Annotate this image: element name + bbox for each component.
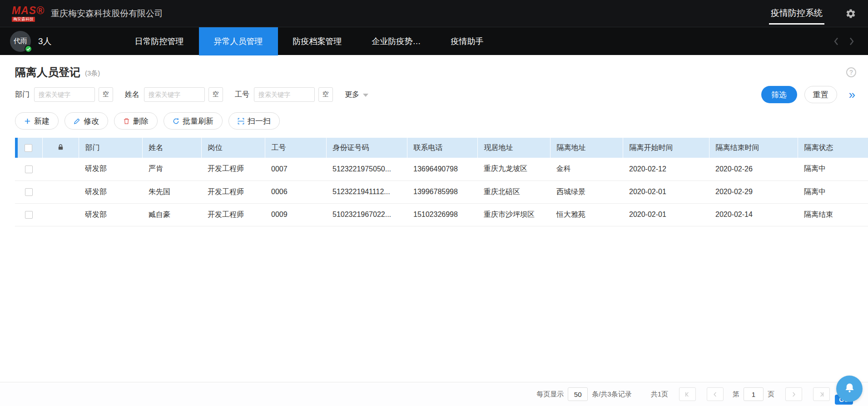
reset-button[interactable]: 重置 (804, 86, 837, 103)
batch-refresh-button[interactable]: 批量刷新 (164, 112, 223, 130)
table-cell: 研发部 (79, 180, 142, 203)
top-right-area: 疫情防控系统 (769, 3, 856, 25)
tab-epidemic-assistant[interactable]: 疫情助手 (436, 27, 499, 55)
table-cell: 金科 (550, 158, 623, 180)
employee-id-empty-button[interactable]: 空 (318, 87, 333, 102)
table-cell: 开发工程师 (201, 158, 265, 180)
employee-id-search-input[interactable] (254, 87, 315, 102)
row-checkbox-cell (15, 180, 42, 203)
per-page-input[interactable] (568, 387, 588, 401)
table-cell: 研发部 (79, 158, 142, 180)
table-cell: 臧自豪 (142, 203, 201, 226)
tab-abnormal-personnel[interactable]: 异常人员管理 (199, 27, 278, 55)
first-page-button[interactable] (679, 387, 696, 401)
table-row[interactable]: 研发部 严肯 开发工程师 0007 5123221975050... 13696… (15, 158, 868, 180)
delete-button[interactable]: 删除 (114, 112, 158, 130)
row-checkbox-cell (15, 158, 42, 180)
record-count: (3条) (85, 69, 100, 78)
prev-page-button[interactable] (707, 387, 724, 401)
page-number-input[interactable] (744, 387, 764, 401)
column-header-department[interactable]: 部门 (79, 138, 142, 158)
table-cell: 13696490798 (407, 158, 477, 180)
column-header-current-address[interactable]: 现居地址 (477, 138, 550, 158)
table-cell: 恒大雅苑 (550, 203, 623, 226)
filter-field-name: 姓名 空 (125, 87, 223, 102)
select-all-checkbox[interactable] (25, 144, 32, 152)
more-filters-toggle[interactable]: 更多 (345, 90, 368, 100)
lock-cell (42, 180, 79, 203)
name-search-input[interactable] (144, 87, 205, 102)
lock-column-header (42, 138, 79, 158)
next-page-button[interactable] (785, 387, 802, 401)
column-header-start-time[interactable]: 隔离开始时间 (623, 138, 709, 158)
scan-icon (238, 118, 244, 125)
department-empty-button[interactable]: 空 (99, 87, 113, 102)
row-checkbox[interactable] (25, 211, 33, 219)
name-empty-button[interactable]: 空 (208, 87, 223, 102)
department-search-input[interactable] (34, 87, 95, 102)
column-header-name[interactable]: 姓名 (142, 138, 201, 158)
table-cell: 2020-02-01 (623, 203, 709, 226)
plus-icon (24, 118, 31, 125)
chevron-left-icon[interactable] (833, 37, 839, 45)
filter-field-department: 部门 空 (15, 87, 113, 102)
column-header-end-time[interactable]: 隔离结束时间 (709, 138, 798, 158)
tab-enterprise-situation[interactable]: 企业防疫势… (357, 27, 436, 55)
more-label: 更多 (345, 90, 359, 100)
table-cell: 2020-02-29 (709, 180, 798, 203)
column-header-status[interactable]: 隔离状态 (798, 138, 868, 158)
column-header-position[interactable]: 岗位 (201, 138, 265, 158)
table-cell: 重庆九龙坡区 (477, 158, 550, 180)
table-cell: 5123221975050... (326, 158, 407, 180)
edit-button-label: 修改 (84, 116, 99, 126)
scan-button[interactable]: 扫一扫 (228, 112, 280, 130)
top-header: MAS® 梅安森科技 重庆梅安森科技股份有限公司 疫情防控系统 (0, 0, 868, 27)
avatar[interactable]: 代雨 (10, 31, 31, 52)
gear-icon[interactable] (845, 8, 856, 19)
bell-icon (843, 382, 856, 396)
table-row[interactable]: 研发部 朱先国 开发工程师 0006 5123221941112... 1399… (15, 180, 868, 203)
table-cell: 开发工程师 (201, 180, 265, 203)
table-body: 研发部 严肯 开发工程师 0007 5123221975050... 13696… (15, 158, 868, 226)
edit-button[interactable]: 修改 (64, 112, 108, 130)
people-count: 3人 (38, 35, 52, 47)
main-navbar: 代雨 3人 日常防控管理 异常人员管理 防疫档案管理 企业防疫势… 疫情助手 (0, 27, 868, 55)
nav-arrows (833, 37, 858, 45)
status-cell: 隔离中 (798, 180, 868, 203)
table-row[interactable]: 研发部 臧自豪 开发工程师 0009 5102321967022... 1510… (15, 203, 868, 226)
isolation-table: 部门 姓名 岗位 工号 身份证号码 联系电话 现居地址 隔离地址 隔离开始时间 … (15, 138, 868, 226)
table-cell: 2020-02-26 (709, 158, 798, 180)
chevron-down-icon (363, 94, 368, 97)
column-header-isolation-address[interactable]: 隔离地址 (550, 138, 623, 158)
notification-fab[interactable] (836, 376, 863, 402)
new-button[interactable]: 新建 (15, 112, 59, 130)
last-page-button[interactable] (813, 387, 830, 401)
table-cell: 0009 (265, 203, 326, 226)
table-header: 部门 姓名 岗位 工号 身份证号码 联系电话 现居地址 隔离地址 隔离开始时间 … (15, 138, 868, 158)
page-prefix-label: 第 (733, 390, 739, 399)
tab-daily-prevention[interactable]: 日常防控管理 (120, 27, 199, 55)
column-header-id-number[interactable]: 身份证号码 (326, 138, 407, 158)
delete-button-label: 删除 (133, 116, 149, 126)
pagination: 每页显示 条/共3条记录 共1页 第 页 (536, 387, 830, 401)
edit-icon (74, 118, 80, 125)
row-checkbox[interactable] (25, 165, 33, 173)
tab-prevention-archive[interactable]: 防疫档案管理 (278, 27, 357, 55)
expand-panel-icon[interactable]: » (849, 89, 855, 100)
column-header-phone[interactable]: 联系电话 (407, 138, 477, 158)
table-cell: 2020-02-12 (623, 158, 709, 180)
delete-icon (123, 118, 130, 125)
filter-row: 部门 空 姓名 空 工号 空 更多 筛选 重置 » (15, 86, 868, 103)
tab-epidemic-system[interactable]: 疫情防控系统 (769, 3, 824, 25)
chevron-right-icon[interactable] (849, 37, 854, 45)
batch-refresh-button-label: 批量刷新 (183, 116, 213, 126)
pagination-bar: 每页显示 条/共3条记录 共1页 第 页 (0, 382, 868, 406)
row-checkbox[interactable] (25, 188, 33, 196)
filter-button[interactable]: 筛选 (761, 86, 797, 103)
filter-actions: 筛选 重置 » (761, 86, 855, 103)
company-name: 重庆梅安森科技股份有限公司 (51, 8, 163, 20)
column-header-employee-id[interactable]: 工号 (265, 138, 326, 158)
table-cell: 13996785998 (407, 180, 477, 203)
title-row: 隔离人员登记 (3条) ? (15, 55, 868, 83)
help-icon[interactable]: ? (846, 67, 856, 77)
